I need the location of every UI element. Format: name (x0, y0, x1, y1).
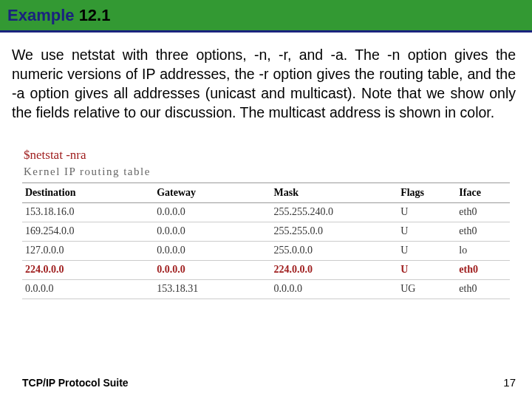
table-row: 169.254.0.0 0.0.0.0 255.255.0.0 U eth0 (22, 222, 510, 241)
body-paragraph: We use netstat with three options, -n, -… (0, 33, 532, 130)
cell-gw: 0.0.0.0 (154, 202, 270, 222)
col-destination: Destination (22, 183, 154, 202)
cell-gw: 0.0.0.0 (154, 241, 270, 260)
table-header-row: Destination Gateway Mask Flags Iface (22, 183, 510, 202)
cell-iface: eth0 (456, 202, 510, 222)
cell-dest: 127.0.0.0 (22, 241, 154, 260)
slide-header: Example 12.1 (0, 0, 532, 33)
title-prefix: Example (7, 6, 75, 24)
footer-page-number: 17 (503, 376, 516, 389)
col-mask: Mask (271, 183, 398, 202)
table-row: 0.0.0.0 153.18.31 0.0.0.0 UG eth0 (22, 279, 510, 299)
col-flags: Flags (398, 183, 456, 202)
cell-mask: 255.255.0.0 (271, 222, 398, 241)
routing-table: Destination Gateway Mask Flags Iface 153… (22, 183, 510, 299)
cell-gw: 0.0.0.0 (154, 260, 270, 279)
cell-dest: 224.0.0.0 (22, 260, 154, 279)
cell-iface: lo (456, 241, 510, 260)
cell-mask: 255.0.0.0 (271, 241, 398, 260)
col-gateway: Gateway (154, 183, 270, 202)
cell-dest: 0.0.0.0 (22, 279, 154, 299)
col-iface: Iface (456, 183, 510, 202)
cell-mask: 224.0.0.0 (271, 260, 398, 279)
routing-table-block: $netstat -nra Kernel IP routing table De… (22, 148, 510, 299)
cell-iface: eth0 (456, 279, 510, 299)
cell-flags: U (398, 260, 456, 279)
slide-footer: TCP/IP Protocol Suite 17 (0, 376, 532, 389)
footer-left: TCP/IP Protocol Suite (22, 377, 129, 389)
cell-iface: eth0 (456, 222, 510, 241)
cell-mask: 255.255.240.0 (271, 202, 398, 222)
table-row-multicast: 224.0.0.0 0.0.0.0 224.0.0.0 U eth0 (22, 260, 510, 279)
table-row: 153.18.16.0 0.0.0.0 255.255.240.0 U eth0 (22, 202, 510, 222)
cell-mask: 0.0.0.0 (271, 279, 398, 299)
slide-title: Example 12.1 (7, 6, 110, 25)
cell-dest: 169.254.0.0 (22, 222, 154, 241)
cell-gw: 0.0.0.0 (154, 222, 270, 241)
table-row: 127.0.0.0 0.0.0.0 255.0.0.0 U lo (22, 241, 510, 260)
cell-flags: U (398, 241, 456, 260)
cell-flags: U (398, 222, 456, 241)
cell-iface: eth0 (456, 260, 510, 279)
command-line: $netstat -nra (22, 148, 510, 163)
title-number: 12.1 (79, 6, 111, 24)
cell-flags: U (398, 202, 456, 222)
table-body: 153.18.16.0 0.0.0.0 255.255.240.0 U eth0… (22, 202, 510, 299)
cell-gw: 153.18.31 (154, 279, 270, 299)
table-title: Kernel IP routing table (22, 166, 510, 178)
cell-dest: 153.18.16.0 (22, 202, 154, 222)
cell-flags: UG (398, 279, 456, 299)
